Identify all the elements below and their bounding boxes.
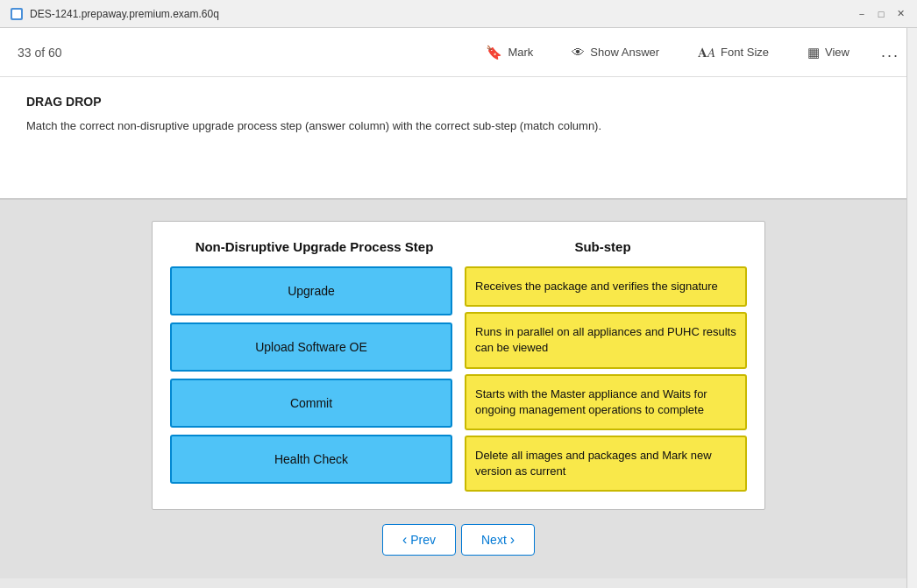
- toolbar: 33 of 60 🔖 Mark 👁 Show Answer 𝐀𝐴 Font Si…: [0, 28, 917, 77]
- substep-3[interactable]: Starts with the Master appliance and Wai…: [465, 374, 747, 430]
- show-answer-label: Show Answer: [590, 46, 659, 59]
- mark-label: Mark: [508, 46, 533, 59]
- font-icon: 𝐀𝐴: [698, 45, 715, 60]
- process-step-commit[interactable]: Commit: [170, 379, 452, 428]
- table-header-row: Non-Disruptive Upgrade Process Step Sub-…: [170, 239, 747, 254]
- more-button[interactable]: ...: [881, 43, 899, 61]
- title-bar: DES-1241.prepaway.premium.exam.60q − □ ✕: [0, 0, 917, 28]
- process-step-health-check[interactable]: Health Check: [170, 435, 452, 484]
- substep-2[interactable]: Runs in parallel on all appliances and P…: [465, 312, 747, 368]
- drag-drop-table: Non-Disruptive Upgrade Process Step Sub-…: [152, 221, 765, 510]
- title-bar-left: DES-1241.prepaway.premium.exam.60q: [11, 8, 219, 20]
- app-icon: [11, 8, 23, 20]
- scrollbar[interactable]: [906, 28, 917, 588]
- substep-1[interactable]: Receives the package and verifies the si…: [465, 266, 747, 307]
- right-column-header: Sub-step: [458, 239, 747, 254]
- app-title: DES-1241.prepaway.premium.exam.60q: [30, 8, 219, 20]
- mark-button[interactable]: 🔖 Mark: [479, 41, 540, 64]
- question-text: Match the correct non-disruptive upgrade…: [26, 117, 891, 135]
- next-button[interactable]: Next ›: [461, 524, 535, 556]
- columns-row: Upgrade Upload Software OE Commit Health…: [170, 266, 747, 492]
- show-answer-button[interactable]: 👁 Show Answer: [565, 41, 666, 63]
- view-icon: ▦: [807, 45, 820, 60]
- process-step-upgrade[interactable]: Upgrade: [170, 266, 452, 315]
- toolbar-actions: 🔖 Mark 👁 Show Answer 𝐀𝐴 Font Size ▦ View…: [479, 41, 899, 64]
- minimize-button[interactable]: −: [856, 8, 868, 20]
- prev-label: Prev: [410, 533, 436, 547]
- left-column-header: Non-Disruptive Upgrade Process Step: [170, 239, 458, 254]
- question-area: DRAG DROP Match the correct non-disrupti…: [0, 77, 917, 200]
- eye-icon: 👁: [572, 45, 585, 60]
- question-counter: 33 of 60: [18, 46, 62, 60]
- navigation-bar: ‹ Prev Next ›: [382, 510, 535, 570]
- view-button[interactable]: ▦ View: [800, 41, 857, 64]
- main-content: Non-Disruptive Upgrade Process Step Sub-…: [0, 200, 917, 578]
- window-controls: − □ ✕: [856, 8, 906, 20]
- bookmark-icon: 🔖: [486, 45, 502, 60]
- maximize-button[interactable]: □: [875, 8, 887, 20]
- process-step-upload[interactable]: Upload Software OE: [170, 322, 452, 372]
- view-label: View: [825, 46, 849, 59]
- substep-4[interactable]: Delete all images and packages and Mark …: [465, 436, 747, 492]
- question-type: DRAG DROP: [26, 95, 891, 109]
- next-label: Next: [481, 533, 507, 547]
- next-arrow-icon: ›: [510, 532, 515, 548]
- font-size-button[interactable]: 𝐀𝐴 Font Size: [691, 41, 776, 64]
- svg-rect-0: [12, 10, 21, 18]
- prev-arrow-icon: ‹: [402, 532, 407, 548]
- close-button[interactable]: ✕: [894, 8, 906, 20]
- substeps-column: Receives the package and verifies the si…: [465, 266, 747, 492]
- process-steps-column: Upgrade Upload Software OE Commit Health…: [170, 266, 452, 492]
- prev-button[interactable]: ‹ Prev: [382, 524, 456, 556]
- font-size-label: Font Size: [721, 46, 769, 59]
